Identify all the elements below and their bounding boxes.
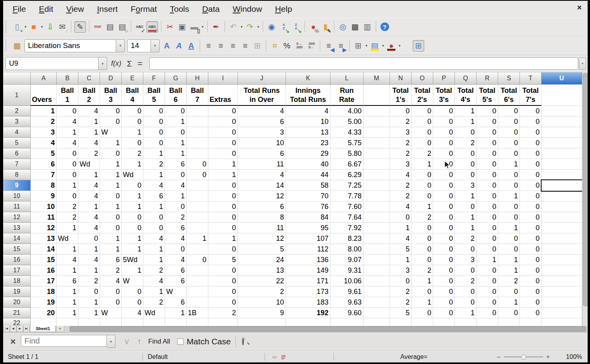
cell-s16[interactable]: 1 xyxy=(498,255,520,265)
cell-b14[interactable]: Wd xyxy=(57,233,78,244)
cell-p17[interactable]: 0 xyxy=(433,265,455,276)
cell-n19[interactable]: 2 xyxy=(390,286,412,297)
cell-d5[interactable]: 1 xyxy=(100,138,122,148)
cell-a2[interactable]: 1 xyxy=(31,106,57,116)
font-name-combo[interactable]: ▾ xyxy=(24,39,125,52)
cell-e18[interactable]: W xyxy=(122,276,143,286)
cell-s9[interactable]: 0 xyxy=(498,180,520,191)
cell-a13[interactable]: 12 xyxy=(31,223,57,233)
cell-h5[interactable] xyxy=(187,138,208,148)
column-header-l[interactable]: L xyxy=(330,72,364,85)
row-header-1[interactable]: 1 xyxy=(3,85,31,106)
cell-i1[interactable]: Extras xyxy=(208,85,238,106)
cell-j7[interactable]: 11 xyxy=(238,159,286,170)
cell-r9[interactable]: 0 xyxy=(477,180,498,191)
cell-k14[interactable]: 107 xyxy=(286,233,330,244)
cell-q22[interactable] xyxy=(455,318,477,325)
cell-b7[interactable]: 0 xyxy=(57,159,78,170)
cell-h22[interactable] xyxy=(187,318,208,325)
column-header-d[interactable]: D xyxy=(100,72,122,85)
cell-r13[interactable]: 0 xyxy=(477,223,498,233)
cell-l17[interactable]: 9.31 xyxy=(330,265,364,276)
cell-a12[interactable]: 11 xyxy=(31,212,57,223)
cell-h11[interactable] xyxy=(187,201,208,212)
cell-c21[interactable]: 1 xyxy=(78,308,100,318)
cell-l22[interactable] xyxy=(330,318,364,325)
styles-fill-icon[interactable]: ▮✎ xyxy=(320,22,331,32)
cell-l19[interactable]: 9.61 xyxy=(330,286,364,297)
cell-k5[interactable]: 23 xyxy=(286,138,330,148)
cell-i3[interactable]: 0 xyxy=(208,116,238,127)
cell-j10[interactable]: 12 xyxy=(238,191,286,201)
cell-g17[interactable]: 6 xyxy=(165,265,187,276)
cell-t15[interactable]: 0 xyxy=(520,244,542,255)
horizontal-scrollbar-thumb[interactable] xyxy=(70,326,586,332)
cell-m7[interactable] xyxy=(364,159,390,170)
cell-p14[interactable]: 0 xyxy=(433,233,455,244)
cell-i22[interactable] xyxy=(208,318,238,325)
cell-j15[interactable]: 5 xyxy=(238,244,286,255)
save-icon[interactable]: ⇩ xyxy=(45,22,56,32)
cell-p10[interactable]: 0 xyxy=(433,191,455,201)
cell-o1[interactable]: Total2's xyxy=(412,85,433,106)
cell-f14[interactable]: 4 xyxy=(143,233,165,244)
cell-f7[interactable]: 2 xyxy=(143,159,165,170)
cell-j11[interactable]: 6 xyxy=(238,201,286,212)
sort-ascending-icon[interactable]: A Z↘ xyxy=(278,22,289,32)
cell-c5[interactable]: 4 xyxy=(78,138,100,148)
cell-f10[interactable]: 6 xyxy=(143,191,165,201)
cell-c10[interactable]: 4 xyxy=(78,191,100,201)
cell-u22[interactable] xyxy=(542,318,582,325)
cell-d8[interactable]: 1 xyxy=(100,170,122,180)
cell-b9[interactable]: 1 xyxy=(57,180,78,191)
cell-i16[interactable]: 5 xyxy=(208,255,238,265)
hyperlink-icon[interactable]: ◉ xyxy=(266,22,277,32)
align-right-icon[interactable]: ≡ xyxy=(228,41,238,51)
format-paintbrush-icon[interactable]: ✒ xyxy=(211,22,221,32)
cell-e21[interactable]: 4 xyxy=(122,308,143,318)
cell-n16[interactable]: 1 xyxy=(390,255,412,265)
chevron-down-icon[interactable]: ▾ xyxy=(239,22,244,32)
cell-t13[interactable]: 0 xyxy=(520,223,542,233)
cell-j9[interactable]: 14 xyxy=(238,180,286,191)
cell-f13[interactable]: 0 xyxy=(143,223,165,233)
cell-p11[interactable]: 0 xyxy=(433,201,455,212)
find-previous-icon[interactable]: ↑ xyxy=(137,337,141,346)
cell-o10[interactable]: 0 xyxy=(412,191,433,201)
cell-q18[interactable]: 2 xyxy=(455,276,477,286)
cell-c14[interactable]: 0 xyxy=(78,233,100,244)
cell-n9[interactable]: 2 xyxy=(390,180,412,191)
menu-view[interactable]: View xyxy=(66,4,84,14)
cell-k3[interactable]: 10 xyxy=(286,116,330,127)
cell-p15[interactable]: 0 xyxy=(433,244,455,255)
cell-q8[interactable]: 0 xyxy=(455,170,477,180)
name-box[interactable]: ▾ xyxy=(6,57,107,70)
column-header-m[interactable]: M xyxy=(364,72,390,85)
row-header-3[interactable]: 3 xyxy=(3,116,31,127)
cell-f15[interactable]: 1 xyxy=(143,244,165,255)
cell-o19[interactable]: 0 xyxy=(412,286,433,297)
cell-i14[interactable]: 1 xyxy=(208,233,238,244)
cell-s21[interactable]: 0 xyxy=(498,308,520,318)
cell-i11[interactable]: 0 xyxy=(208,201,238,212)
gallery-icon[interactable]: ●% xyxy=(308,22,319,32)
cell-n2[interactable]: 0 xyxy=(390,106,412,116)
cell-o11[interactable]: 1 xyxy=(412,201,433,212)
cell-o5[interactable]: 0 xyxy=(412,138,433,148)
cell-j8[interactable]: 4 xyxy=(238,170,286,180)
cell-b11[interactable]: 2 xyxy=(57,201,78,212)
help-icon[interactable]: ? xyxy=(379,22,390,32)
cell-t17[interactable]: 0 xyxy=(520,265,542,276)
cell-r11[interactable]: 0 xyxy=(477,201,498,212)
menu-insert[interactable]: Insert xyxy=(97,4,118,14)
column-header-h[interactable]: H xyxy=(187,72,208,85)
column-header-e[interactable]: E xyxy=(122,72,143,85)
horizontal-scrollbar[interactable] xyxy=(67,326,588,332)
cell-d11[interactable]: 1 xyxy=(100,201,122,212)
cell-j12[interactable]: 8 xyxy=(238,212,286,223)
cell-u14[interactable] xyxy=(542,233,582,244)
cell-q17[interactable]: 0 xyxy=(455,265,477,276)
row-header-5[interactable]: 5 xyxy=(3,138,31,148)
cell-p21[interactable]: 0 xyxy=(433,308,455,318)
cell-g19[interactable]: W xyxy=(165,286,187,297)
